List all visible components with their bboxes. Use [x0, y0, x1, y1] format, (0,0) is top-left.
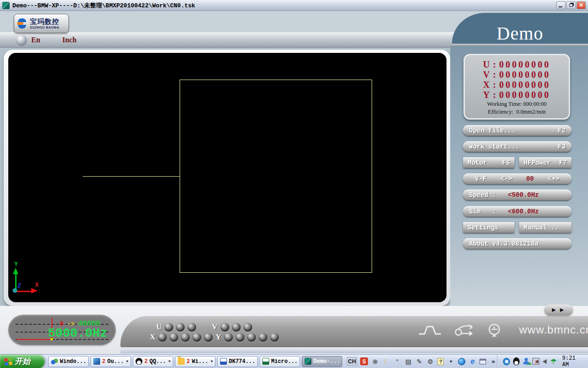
browser-tray-icon[interactable] [503, 358, 510, 365]
x-indicator-label: X [150, 333, 155, 342]
axis-z-label: Z [17, 282, 21, 289]
restore-button[interactable] [566, 1, 576, 9]
demo-banner: Demo [452, 13, 588, 44]
pulse-wave-icon [418, 324, 442, 336]
tools-icon[interactable]: ⚙ [426, 357, 434, 365]
language-bar: CH S ⊕ ☾ ° ▤ ✎ ⚙ ? ▼ e » [347, 357, 497, 366]
pen-icon[interactable]: ✎ [415, 357, 423, 365]
brand-logo: 宝玛数控 SUZHOU BAOMA [14, 14, 69, 33]
axis-x-arrow [15, 291, 31, 292]
v-indicator-light [220, 323, 229, 332]
coord-row-x: X:00000000 [465, 80, 569, 90]
volume-icon[interactable] [543, 359, 547, 364]
control-panel: U:00000000 V:00000000 X:00000000 Y:00000… [450, 46, 588, 306]
internet-explorer-icon[interactable]: e [469, 357, 476, 365]
u-indicator-light [164, 323, 173, 332]
app-icon [2, 2, 10, 9]
minimize-button[interactable] [556, 1, 565, 9]
sogou-ime-icon[interactable]: S [360, 357, 368, 365]
y-indicator-light [259, 333, 267, 342]
task-qq-group[interactable]: 2 QQ... ▼ [133, 356, 173, 367]
language-toggle[interactable]: En [31, 36, 40, 44]
window-title: Demo---BMW-XP----D:\未整理\BMXP20100422\Wor… [12, 1, 195, 10]
logo-name-en: SUZHOU BAOMA [30, 26, 59, 29]
media-player-icon[interactable] [458, 358, 465, 365]
x-indicator-light [181, 333, 190, 342]
baoma-logo-icon [17, 18, 28, 29]
taskbar: 开始 Windo... 2 Ou... ▼ 2 QQ... ▼ 2 Wi... … [0, 354, 588, 368]
windows-flag-icon [4, 357, 12, 365]
antivirus-umbrella-icon[interactable]: ☂ [550, 357, 557, 365]
axis-y-label: Y [14, 261, 18, 267]
workpiece-outline [180, 80, 372, 273]
demo-title: Demo [497, 24, 543, 44]
user-status-tray-icon[interactable] [523, 358, 529, 365]
taskbar-clock[interactable]: 9:21 AM [562, 355, 583, 368]
word-icon [220, 358, 227, 365]
folder-icon [178, 358, 185, 365]
frequency-gauge: 0->40000 5000.0Hz [8, 315, 116, 345]
task-word-document[interactable]: DK774... [217, 356, 258, 367]
task-outlook-group[interactable]: 2 Ou... ▼ [90, 356, 131, 367]
y-indicator-label: Y [215, 333, 221, 342]
work-start-button[interactable]: Work start...F3 [463, 141, 571, 152]
axis-x-label: X [35, 282, 39, 288]
ime-mode-icon[interactable]: ⊕ [371, 357, 379, 365]
speed-button[interactable]: Speed :<500.0Hz [463, 190, 571, 200]
u-indicator-label: U [156, 322, 162, 332]
system-tray: ✕ ☂ 9:21 AM [497, 355, 588, 368]
page-forward-button[interactable]: ▶ ▶ [544, 305, 573, 315]
y-indicator-light [247, 333, 256, 342]
website-url: www.bmnc.cn [519, 323, 588, 336]
language-bar-options-icon[interactable]: ▼ [447, 357, 455, 365]
v-indicator-label: V [212, 322, 217, 332]
hfpower-button[interactable]: HFPowerF7 [519, 157, 571, 168]
open-file-button[interactable]: Open file...F2 [463, 125, 571, 136]
drawing-canvas[interactable]: Y Z X [8, 53, 447, 302]
task-excel-document[interactable]: Micro... [260, 356, 300, 367]
status-bar: U V X Y www.bmnc.cn [120, 316, 588, 348]
minimize-icon [559, 6, 562, 7]
show-desktop-icon[interactable] [480, 359, 486, 364]
qq-tray-icon[interactable] [513, 357, 520, 365]
sim-button[interactable]: Sim :<600.0Hz [463, 206, 571, 217]
task-demo-app[interactable]: Demo-... [302, 356, 342, 367]
punctuation-icon[interactable]: ° [393, 357, 401, 365]
manual-button[interactable]: Manual .. [519, 222, 571, 233]
start-button[interactable]: 开始 [0, 355, 45, 368]
settings-button[interactable]: Settings [463, 222, 514, 233]
drawing-frame: Y Z X [4, 50, 450, 306]
motor-button[interactable]: MotorF6 [463, 157, 514, 168]
window-titlebar: Demo---BMW-XP----D:\未整理\BMXP20100422\Wor… [0, 0, 588, 11]
group-dropdown-icon[interactable]: ▼ [168, 359, 170, 363]
vf-adjust-button[interactable]: V-F<->00<+> [463, 173, 571, 184]
group-dropdown-icon[interactable]: ▼ [210, 359, 213, 363]
axis-origin-dot [13, 288, 17, 293]
task-explorer-group[interactable]: 2 Wi... ▼ [175, 356, 215, 367]
v-indicator-light [232, 323, 241, 332]
units-toggle[interactable]: Inch [62, 36, 77, 44]
gauge-value: 5000.0Hz [48, 327, 107, 340]
restore-icon [569, 4, 573, 7]
x-indicator-light [170, 333, 178, 342]
messenger-icon [51, 358, 58, 365]
language-indicator[interactable]: CH [347, 357, 357, 366]
u-indicator-light [187, 323, 196, 332]
x-indicator-light [158, 333, 167, 342]
working-time: Working Time: 000:00:00 [465, 101, 569, 108]
close-button[interactable]: ✕ [577, 1, 586, 9]
y-indicator-light [236, 333, 244, 342]
quick-launch-overflow[interactable]: » [489, 357, 497, 365]
group-dropdown-icon[interactable]: ▼ [126, 359, 128, 363]
about-button[interactable]: About v4.3.081218a [463, 238, 571, 249]
outlook-icon [93, 358, 100, 365]
u-indicator-light [176, 323, 185, 332]
qq-icon [136, 358, 142, 365]
task-windows-messenger[interactable]: Windo... [48, 356, 89, 367]
bottom-status-zone: 0->40000 5000.0Hz U V X Y www.bmnc.cn [0, 306, 588, 354]
soft-keyboard-icon[interactable]: ▤ [404, 357, 412, 365]
help-icon[interactable]: ? [437, 358, 444, 365]
x-indicator-light [204, 333, 213, 342]
wire-feed-icon [454, 322, 475, 337]
moon-icon[interactable]: ☾ [382, 357, 390, 365]
